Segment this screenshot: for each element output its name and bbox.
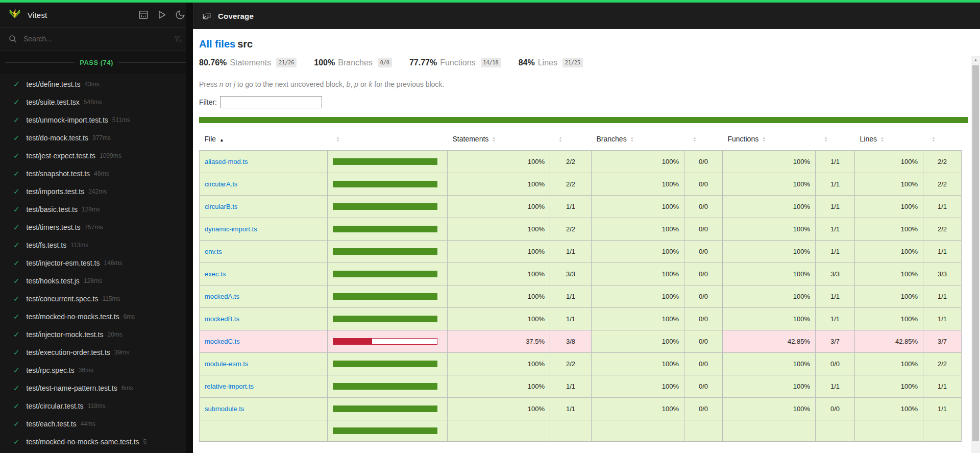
test-duration: 39ms [114,349,129,356]
test-file-item[interactable]: ✓ test/mocked-no-mocks-same.test.ts 5 [0,433,193,450]
header-file[interactable]: File▲ [200,127,328,151]
test-file-item[interactable]: ✓ test/mocked-no-mocks.test.ts 6ms [0,307,193,325]
functions-frac [816,420,855,442]
coverage-bar-fill [333,181,437,187]
statements-pct: 100% [448,353,550,375]
branches-frac: 0/0 [684,241,723,263]
test-file-item[interactable]: ✓ test/imports.test.ts 242ms [0,182,193,200]
coverage-bar-fill [333,294,437,299]
file-cell: submodule.ts [200,398,328,420]
sort-ascending-icon: ▲ [219,137,224,142]
functions-pct: 100% [723,196,816,218]
file-cell: dynamic-import.ts [200,218,328,241]
all-files-link[interactable]: All files [199,38,235,50]
test-file-item[interactable]: ✓ test/injector-esm.test.ts 146ms [0,254,193,272]
coverage-bar-fill [333,249,437,254]
functions-frac: 1/1 [816,151,855,173]
check-icon: ✓ [13,98,20,107]
coverage-table-row: mockedA.ts 100% 1/1 100% 0/0 100% 1/1 10… [200,285,962,308]
page-scrollbar[interactable]: ▲ [971,56,980,453]
dark-mode-moon-icon[interactable] [175,9,186,20]
coverage-title: Coverage [218,12,254,20]
sidebar-scrollbar[interactable] [186,3,193,453]
test-file-item[interactable]: ✓ test/do-mock.test.ts 377ms [0,129,193,147]
lines-frac: 1/1 [923,241,962,263]
file-link[interactable]: mockedB.ts [205,315,239,323]
filter-row: Filter: [199,96,971,108]
file-link[interactable]: mockedC.ts [205,338,240,345]
run-all-play-icon[interactable] [156,9,167,20]
header-functions-raw[interactable]: ▲▼ [816,127,855,151]
header-chart[interactable]: ▲▼ [328,127,448,151]
branches-frac: 0/0 [684,330,723,353]
coverage-bar [333,181,437,187]
file-link[interactable]: circularA.ts [205,180,237,188]
header-branches[interactable]: Branches▲▼ [592,127,684,151]
file-link[interactable]: circularB.ts [205,203,237,210]
header-lines[interactable]: Lines▲▼ [855,127,923,151]
statements-frac [550,420,592,442]
test-file-item[interactable]: ✓ test/circular.test.ts 118ms [0,397,193,415]
search-input[interactable] [23,35,174,43]
file-link[interactable]: relative-import.ts [205,383,254,390]
test-file-item[interactable]: ✓ test/rpc.spec.ts 36ms [0,361,193,379]
test-file-name: test/suite.test.tsx [27,98,80,106]
file-link[interactable]: aliased-mod.ts [205,158,248,165]
coverage-bar [333,406,437,412]
test-file-name: test/snapshot.test.ts [27,170,90,178]
test-duration: 118ms [88,402,106,410]
test-file-item[interactable]: ✓ test/define.test.ts 43ms [0,75,193,93]
sorter-icon: ▲▼ [559,136,562,142]
stat-fraction: 21/25 [562,58,583,67]
sorter-icon: ▲▼ [880,136,884,142]
stat-label: Functions [440,58,475,67]
branches-pct [592,420,684,442]
clear-filter-icon[interactable] [174,34,183,43]
file-link[interactable]: module-esm.ts [205,360,248,368]
filter-input[interactable] [220,96,322,108]
test-file-item[interactable]: ✓ test/each.test.ts 44ms [0,415,193,433]
lines-frac: 1/1 [923,375,962,398]
file-link[interactable]: mockedA.ts [205,293,239,300]
test-file-item[interactable]: ✓ test/hooks.test.js 128ms [0,272,193,290]
test-file-item[interactable]: ✓ test/execution-order.test.ts 39ms [0,343,193,361]
test-file-item[interactable]: ✓ test/concurrent.spec.ts 115ms [0,290,193,307]
branches-frac: 0/0 [684,196,723,218]
coverage-bar-fill [333,384,437,389]
test-file-item[interactable]: ✓ test/basic.test.ts 129ms [0,200,193,218]
test-file-item[interactable]: ✓ test/jest-expect.test.ts 1099ms [0,147,193,164]
branches-frac: 0/0 [684,151,723,173]
header-functions[interactable]: Functions▲▼ [723,127,816,151]
file-link[interactable]: exec.ts [205,270,226,278]
test-duration: 6ms [124,313,135,320]
test-file-item[interactable]: ✓ test/suite.test.tsx 548ms [0,93,193,111]
coverage-bar-cell [328,241,448,263]
scroll-up-button[interactable]: ▲ [971,56,980,64]
branches-frac [684,420,723,442]
test-file-item[interactable]: ✓ test/snapshot.test.ts 46ms [0,164,193,182]
test-file-item[interactable]: ✓ test/injector-mock.test.ts 20ms [0,325,193,343]
test-duration: 44ms [81,420,95,427]
scrollbar-thumb[interactable] [972,65,979,441]
test-file-item[interactable]: ✓ test/timers.test.ts 757ms [0,218,193,236]
test-file-name: test/do-mock.test.ts [27,134,88,142]
dashboard-report-icon[interactable] [138,9,149,20]
header-statements[interactable]: Statements▲▼ [448,127,550,151]
test-file-item[interactable]: ✓ test/test-name-pattern.test.ts 6ms [0,379,193,397]
statements-frac: 1/1 [550,375,592,398]
test-duration: 5 [143,438,147,445]
header-branches-raw[interactable]: ▲▼ [684,127,723,151]
test-file-name: test/unmock-import.test.ts [27,116,108,124]
file-link[interactable]: submodule.ts [205,405,244,413]
header-lines-raw[interactable]: ▲▼ [923,127,962,151]
file-link[interactable]: dynamic-import.ts [205,225,257,233]
test-duration: 46ms [94,170,109,177]
test-file-item[interactable]: ✓ test/unmock-import.test.ts 511ms [0,111,193,129]
test-file-name: test/hooks.test.js [27,277,80,285]
file-link[interactable]: env.ts [205,248,222,255]
header-statements-raw[interactable]: ▲▼ [550,127,592,151]
test-duration: 128ms [84,277,102,284]
test-file-item[interactable]: ✓ test/fs.test.ts 113ms [0,236,193,254]
branches-pct: 100% [592,151,684,173]
coverage-bar-cell [328,330,448,353]
